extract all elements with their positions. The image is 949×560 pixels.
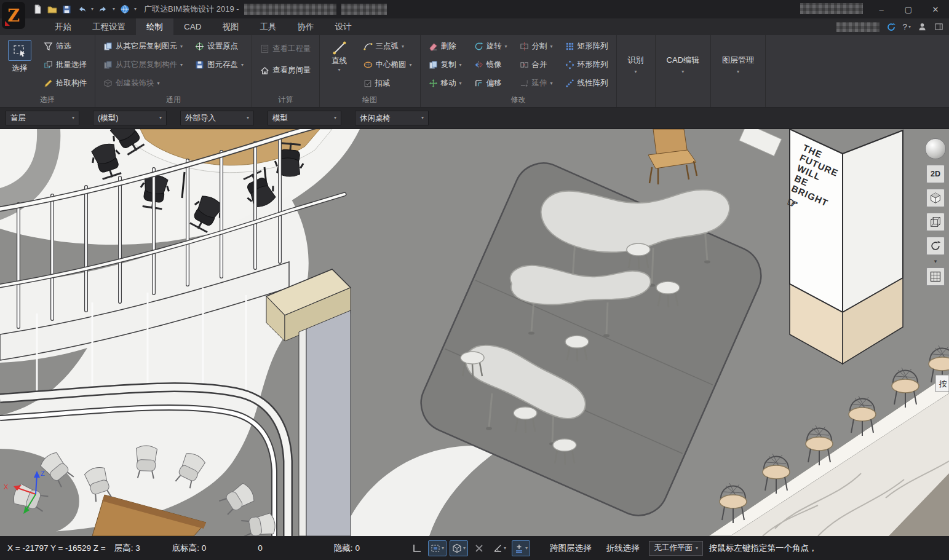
grid-snap-button[interactable]: ▾ <box>512 540 530 556</box>
line-button[interactable]: 直线 ▾ <box>325 38 354 73</box>
rotate-button[interactable]: 旋转▾ <box>472 38 510 55</box>
redacted-titlebar-right <box>800 3 863 14</box>
offset-button[interactable]: 偏移 <box>472 75 510 92</box>
selection-box-button[interactable]: ▾ <box>428 540 447 556</box>
view-room-button[interactable]: 查看房间量 <box>258 62 314 79</box>
tab-cad[interactable]: CAD <box>173 18 212 35</box>
select-button[interactable]: 选择 <box>6 38 34 74</box>
batch-select-button[interactable]: 批量选择 <box>41 57 89 73</box>
recognize-button[interactable]: 识别▾ <box>617 35 655 94</box>
save-icon[interactable] <box>62 4 72 15</box>
merge-icon <box>520 60 529 69</box>
display-mode-select[interactable]: (模型)▾ <box>93 111 167 125</box>
viewport-3d[interactable]: THE FUTURE WILL BE BRIGHT ☞ <box>0 129 949 536</box>
qat-caret-icon[interactable]: ▾ <box>134 7 137 12</box>
undo-icon[interactable] <box>76 4 87 15</box>
cad-edit-button[interactable]: CAD编辑▾ <box>656 35 710 94</box>
sync-icon[interactable] <box>886 22 896 32</box>
ortho-button[interactable] <box>409 540 425 556</box>
redo-caret-icon[interactable]: ▾ <box>113 7 115 12</box>
rotate-view-button[interactable] <box>926 237 945 255</box>
tab-view[interactable]: 视图 <box>212 18 250 35</box>
tab-tools[interactable]: 工具 <box>250 18 287 35</box>
set-origin-button[interactable]: 设置原点 <box>193 38 246 55</box>
orbit-sphere-icon[interactable] <box>925 138 946 159</box>
layer-manage-button[interactable]: 图层管理▾ <box>711 35 765 94</box>
mirror-button[interactable]: 镜像 <box>472 57 510 73</box>
cross-layer-select-button[interactable]: 跨图层选择 <box>545 540 597 556</box>
center-ellipse-button[interactable]: 中心椭圆▾ <box>361 57 415 73</box>
layout-grid-button[interactable] <box>926 267 945 286</box>
mirror-icon <box>474 60 483 69</box>
source-select[interactable]: 外部导入▾ <box>180 111 254 125</box>
pencil-icon <box>44 79 53 88</box>
rotate-icon <box>474 42 483 51</box>
minimize-button[interactable]: – <box>868 0 895 18</box>
floor-select[interactable]: 首层▾ <box>6 111 79 125</box>
model-select[interactable]: 模型▾ <box>268 111 341 125</box>
open-file-icon[interactable] <box>47 4 57 15</box>
tab-design[interactable]: 设计 <box>325 18 362 35</box>
tab-collaborate[interactable]: 协作 <box>287 18 325 35</box>
new-file-icon[interactable] <box>32 4 42 15</box>
logo-accent <box>5 21 10 26</box>
no-snap-button[interactable] <box>471 540 487 556</box>
rect-array-button[interactable]: 矩形阵列 <box>563 38 611 55</box>
tab-start[interactable]: 开始 <box>44 18 82 35</box>
view-quantities-button[interactable]: 查看工程量 <box>258 41 314 57</box>
caret-down-icon[interactable]: ▾ <box>934 258 937 264</box>
linear-array-button[interactable]: 线性阵列 <box>563 75 611 92</box>
save-element-button[interactable]: 图元存盘▾ <box>193 57 246 73</box>
extend-button[interactable]: 延伸▾ <box>517 75 555 92</box>
move-button[interactable]: 移动▾ <box>426 75 464 92</box>
grid-icon <box>929 270 942 283</box>
caret-down-icon: ▾ <box>442 546 444 551</box>
maximize-button[interactable]: ▢ <box>895 0 922 18</box>
calculator-icon <box>260 44 269 53</box>
plus-lines-icon <box>514 543 524 553</box>
copy-components-other-floor-button[interactable]: 从其它层复制构件▾ <box>101 57 185 73</box>
caret-down-icon: ▾ <box>159 116 162 120</box>
browser-icon[interactable] <box>119 4 130 15</box>
undo-caret-icon[interactable]: ▾ <box>91 7 93 12</box>
copy-elements-other-floor-button[interactable]: 从其它层复制图元▾ <box>101 38 185 55</box>
tab-draw[interactable]: 绘制 <box>136 18 173 35</box>
help-button[interactable]: ?▾ <box>902 22 911 31</box>
caret-down-icon: ▾ <box>635 69 637 74</box>
group-label-select: 选择 <box>0 94 95 107</box>
osnap-3d-button[interactable]: ▾ <box>450 540 468 556</box>
tab-project-settings[interactable]: 工程设置 <box>82 18 136 35</box>
split-button[interactable]: 分割▾ <box>517 38 555 55</box>
application-window: Z ▾ ▾ ▾ 广联达BIM装饰设计 2019 - – ▢ ✕ 开始 工程设置 … <box>0 0 949 560</box>
panel-layout-icon[interactable] <box>934 22 944 32</box>
extend-icon <box>520 79 529 88</box>
work-plane-dropdown[interactable]: 无工作平面▾ <box>649 541 703 556</box>
ortho-L-icon <box>412 543 422 553</box>
iso-view-button[interactable] <box>926 189 945 207</box>
merge-button[interactable]: 合并 <box>517 57 555 73</box>
copy-button[interactable]: 复制▾ <box>426 57 464 73</box>
nav-2d-button[interactable]: 2D <box>926 165 945 183</box>
close-button[interactable]: ✕ <box>922 0 949 18</box>
caret-down-icon: ▾ <box>157 81 160 86</box>
batch-icon <box>44 60 53 69</box>
redo-icon[interactable] <box>98 4 108 15</box>
line-array-icon <box>565 79 574 88</box>
wire-view-button[interactable] <box>926 213 945 231</box>
three-point-arc-button[interactable]: 三点弧▾ <box>361 38 415 55</box>
window-title: 广联达BIM装饰设计 2019 - <box>144 4 387 15</box>
checkbox-icon <box>363 79 372 88</box>
create-block-button[interactable]: 创建装饰块▾ <box>101 75 185 92</box>
deduct-checkbox[interactable]: 扣减 <box>361 75 415 92</box>
pick-component-button[interactable]: 拾取构件 <box>41 75 89 92</box>
filter-button[interactable]: 筛选 <box>41 38 89 55</box>
delete-button[interactable]: 删除 <box>426 38 464 55</box>
category-select[interactable]: 休闲桌椅▾ <box>355 111 429 125</box>
window-controls: – ▢ ✕ <box>868 0 949 18</box>
app-logo[interactable]: Z <box>2 2 25 29</box>
polyline-select-button[interactable]: 折线选择 <box>601 540 644 556</box>
angle-snap-button[interactable]: ▾ <box>490 540 509 556</box>
user-icon[interactable] <box>917 22 927 32</box>
polar-array-button[interactable]: 环形阵列 <box>563 57 611 73</box>
ribbon: 选择 筛选 批量选择 拾取构件 选择 从其它层复制图元▾ 从其它层复制构件▾ 创… <box>0 35 949 108</box>
